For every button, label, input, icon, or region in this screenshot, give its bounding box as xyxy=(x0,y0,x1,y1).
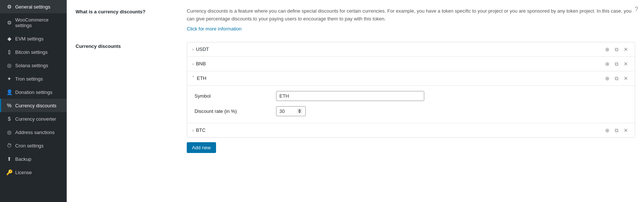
sidebar-item-woocommerce-settings[interactable]: ⚙WooCommerce settings xyxy=(0,13,67,32)
remove-button-bnb[interactable]: ✕ xyxy=(622,61,630,67)
sidebar: ⚙General settings⚙WooCommerce settings◆E… xyxy=(0,0,67,202)
discount-item-header-bnb[interactable]: ›BNB⊕⧉✕ xyxy=(187,57,635,71)
duplicate-button-btc[interactable]: ⧉ xyxy=(613,127,620,134)
sidebar-item-cron-settings[interactable]: ⏱Cron settings xyxy=(0,139,67,152)
remove-button-usdt[interactable]: ✕ xyxy=(622,46,630,53)
more-info-link[interactable]: Click for more information xyxy=(187,26,242,32)
description-content: Currency discounts is a feature where yo… xyxy=(187,7,635,32)
sidebar-item-donation-settings[interactable]: 👤Donation settings xyxy=(0,85,67,99)
item-actions-eth: ⊕⧉✕ xyxy=(604,75,630,82)
discount-rate-input[interactable] xyxy=(276,106,306,116)
sidebar-item-label-backup: Backup xyxy=(15,156,31,162)
what-is-label: What is a currency discounts? xyxy=(76,7,179,32)
sidebar-item-currency-converter[interactable]: $Currency converter xyxy=(0,112,67,126)
chevron-right-icon: › xyxy=(192,47,194,52)
currency-discounts-section: Currency discounts ›USDT⊕⧉✕›BNB⊕⧉✕˅ETH⊕⧉… xyxy=(76,42,635,153)
sidebar-item-general-settings[interactable]: ⚙General settings xyxy=(0,0,67,13)
sidebar-item-backup[interactable]: ⬆Backup xyxy=(0,152,67,166)
duplicate-button-eth[interactable]: ⧉ xyxy=(613,75,620,82)
currency-discounts-label: Currency discounts xyxy=(76,42,179,153)
remove-button-eth[interactable]: ✕ xyxy=(622,75,630,82)
item-name-usdt: USDT xyxy=(196,46,604,52)
sidebar-item-label-currency-discounts: Currency discounts xyxy=(15,103,56,108)
donation-settings-icon: 👤 xyxy=(6,89,12,95)
move-button-eth[interactable]: ⊕ xyxy=(604,75,611,82)
symbol-label: Symbol xyxy=(195,93,276,99)
item-actions-btc: ⊕⧉✕ xyxy=(604,127,630,134)
move-button-usdt[interactable]: ⊕ xyxy=(604,46,611,53)
main-content: ? What is a currency discounts? Currency… xyxy=(67,0,644,202)
address-sanctions-icon: ◎ xyxy=(6,129,12,135)
evm-settings-icon: ◆ xyxy=(6,36,12,42)
backup-icon: ⬆ xyxy=(6,156,12,162)
sidebar-item-label-cron-settings: Cron settings xyxy=(15,143,44,149)
discount-rate-label: Discount rate (in %) xyxy=(195,108,276,114)
chevron-right-icon: › xyxy=(192,128,194,133)
tron-settings-icon: ✦ xyxy=(6,76,12,82)
discount-item-header-btc[interactable]: ›BTC⊕⧉✕ xyxy=(187,123,635,137)
general-settings-icon: ⚙ xyxy=(6,4,12,10)
chevron-right-icon: › xyxy=(192,62,194,66)
duplicate-button-usdt[interactable]: ⧉ xyxy=(613,46,620,53)
sidebar-item-label-bitcoin-settings: Bitcoin settings xyxy=(15,49,47,55)
discount-item-btc: ›BTC⊕⧉✕ xyxy=(187,123,635,137)
move-button-btc[interactable]: ⊕ xyxy=(604,127,611,134)
discount-item-bnb: ›BNB⊕⧉✕ xyxy=(187,57,635,71)
item-name-btc: BTC xyxy=(196,127,604,133)
sidebar-item-solana-settings[interactable]: ◎Solana settings xyxy=(0,59,67,72)
sidebar-item-label-evm-settings: EVM settings xyxy=(15,36,44,42)
sidebar-item-address-sanctions[interactable]: ◎Address sanctions xyxy=(0,126,67,139)
discount-item-body-eth: SymbolDiscount rate (in %) xyxy=(187,85,635,123)
item-name-bnb: BNB xyxy=(196,61,604,66)
help-icon[interactable]: ? xyxy=(635,6,638,13)
discount-item-header-usdt[interactable]: ›USDT⊕⧉✕ xyxy=(187,42,635,56)
woocommerce-settings-icon: ⚙ xyxy=(6,20,12,26)
sidebar-item-currency-discounts[interactable]: %Currency discounts xyxy=(0,99,67,112)
discount-item-header-eth[interactable]: ˅ETH⊕⧉✕ xyxy=(187,71,635,85)
solana-settings-icon: ◎ xyxy=(6,62,12,68)
description-section: What is a currency discounts? Currency d… xyxy=(76,7,635,32)
description-text: Currency discounts is a feature where yo… xyxy=(187,7,635,23)
sidebar-item-label-currency-converter: Currency converter xyxy=(15,116,56,122)
sidebar-item-label-address-sanctions: Address sanctions xyxy=(15,130,54,135)
sidebar-item-tron-settings[interactable]: ✦Tron settings xyxy=(0,72,67,85)
add-new-button[interactable]: Add new xyxy=(187,142,216,153)
move-button-bnb[interactable]: ⊕ xyxy=(604,61,611,67)
sidebar-item-evm-settings[interactable]: ◆EVM settings xyxy=(0,32,67,45)
currency-discounts-content: ›USDT⊕⧉✕›BNB⊕⧉✕˅ETH⊕⧉✕SymbolDiscount rat… xyxy=(187,42,635,153)
discount-item-eth: ˅ETH⊕⧉✕SymbolDiscount rate (in %) xyxy=(187,71,635,123)
cron-settings-icon: ⏱ xyxy=(6,143,12,149)
sidebar-item-label-donation-settings: Donation settings xyxy=(15,89,52,95)
sidebar-item-label-solana-settings: Solana settings xyxy=(15,63,48,68)
item-actions-usdt: ⊕⧉✕ xyxy=(604,46,630,53)
discount-list: ›USDT⊕⧉✕›BNB⊕⧉✕˅ETH⊕⧉✕SymbolDiscount rat… xyxy=(187,42,635,138)
bitcoin-settings-icon: ₿ xyxy=(6,49,12,55)
sidebar-item-label-woocommerce-settings: WooCommerce settings xyxy=(15,17,62,28)
sidebar-item-license[interactable]: 🔑License xyxy=(0,166,67,179)
item-actions-bnb: ⊕⧉✕ xyxy=(604,61,630,67)
currency-converter-icon: $ xyxy=(6,116,12,122)
discount-rate-row: Discount rate (in %) xyxy=(195,106,627,116)
license-icon: 🔑 xyxy=(6,169,12,175)
sidebar-item-label-license: License xyxy=(15,170,32,175)
duplicate-button-bnb[interactable]: ⧉ xyxy=(613,61,620,67)
discount-item-usdt: ›USDT⊕⧉✕ xyxy=(187,42,635,57)
chevron-down-icon: ˅ xyxy=(192,76,195,81)
item-name-eth: ETH xyxy=(197,75,604,81)
currency-discounts-icon: % xyxy=(6,102,12,108)
sidebar-item-label-general-settings: General settings xyxy=(15,4,50,10)
symbol-row: Symbol xyxy=(195,91,627,101)
remove-button-btc[interactable]: ✕ xyxy=(622,127,630,134)
symbol-input[interactable] xyxy=(276,91,424,101)
sidebar-item-label-tron-settings: Tron settings xyxy=(15,76,43,82)
sidebar-item-bitcoin-settings[interactable]: ₿Bitcoin settings xyxy=(0,45,67,59)
